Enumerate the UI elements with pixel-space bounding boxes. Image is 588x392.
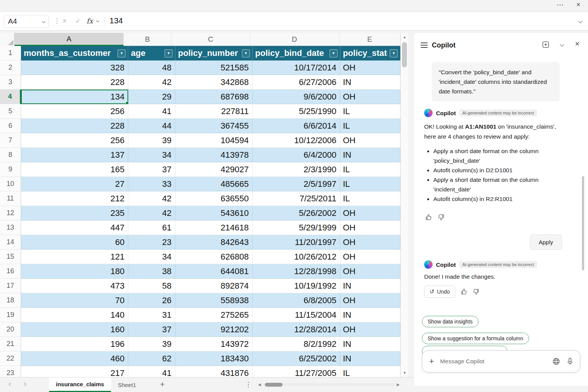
scroll-left-icon[interactable]: ◀ — [258, 382, 261, 387]
cell-A15[interactable]: 121 — [21, 250, 128, 264]
cell-B19[interactable]: 31 — [128, 308, 175, 322]
table-header-cell[interactable]: months_as_customer▼ — [21, 46, 128, 60]
row-header-17[interactable]: 17 — [0, 279, 21, 293]
cell-E11[interactable]: IL — [340, 191, 400, 206]
row-header-13[interactable]: 13 — [0, 220, 21, 235]
row-header-11[interactable]: 11 — [0, 191, 21, 206]
cell-C7[interactable]: 104594 — [175, 133, 253, 148]
cell-B10[interactable]: 33 — [128, 177, 175, 191]
web-icon[interactable] — [552, 358, 560, 365]
filter-button[interactable]: ▼ — [390, 49, 398, 57]
cell-D3[interactable]: 6/27/2006 — [253, 75, 340, 90]
suggestion-chip[interactable]: Show a suggestion for a formula column — [422, 333, 529, 344]
row-header-19[interactable]: 19 — [0, 308, 21, 322]
collapse-panel-icon[interactable] — [560, 42, 564, 46]
cell-D9[interactable]: 2/3/1990 — [253, 162, 340, 177]
cell-D4[interactable]: 9/6/2000 — [253, 90, 340, 104]
row-header-14[interactable]: 14 — [0, 235, 21, 250]
copilot-input-box[interactable]: + — [422, 350, 580, 372]
cell-A21[interactable]: 196 — [21, 337, 128, 351]
cell-E12[interactable]: OH — [340, 206, 400, 220]
cell-B3[interactable]: 42 — [128, 75, 175, 90]
suggestion-chip[interactable]: Show data insights — [422, 316, 479, 327]
cell-A3[interactable]: 228 — [21, 75, 128, 90]
cell-E4[interactable]: OH — [340, 90, 400, 104]
cell-B5[interactable]: 41 — [128, 104, 175, 119]
row-header-21[interactable]: 21 — [0, 337, 21, 351]
cell-E7[interactable]: OH — [340, 133, 400, 148]
cell-C16[interactable]: 644081 — [175, 264, 253, 279]
horizontal-scrollbar-track[interactable] — [263, 383, 394, 386]
cell-B16[interactable]: 38 — [128, 264, 175, 279]
insert-function-icon[interactable]: fx — [87, 17, 93, 25]
cell-E3[interactable]: IN — [340, 75, 400, 90]
cell-A8[interactable]: 137 — [21, 148, 128, 162]
scroll-right-icon[interactable]: ▶ — [397, 382, 400, 387]
thumbs-up-icon[interactable] — [425, 214, 432, 221]
cell-A11[interactable]: 212 — [21, 191, 128, 206]
cell-C19[interactable]: 275265 — [175, 308, 253, 322]
cell-D19[interactable]: 11/15/2004 — [253, 308, 340, 322]
cell-D13[interactable]: 5/29/1999 — [253, 220, 340, 235]
cell-C8[interactable]: 413978 — [175, 148, 253, 162]
cell-E21[interactable]: IN — [340, 337, 400, 351]
cell-D5[interactable]: 5/25/1990 — [253, 104, 340, 119]
cell-A23[interactable]: 217 — [21, 366, 128, 377]
cell-C21[interactable]: 143972 — [175, 337, 253, 351]
column-header-E[interactable]: E — [339, 33, 400, 46]
cell-B11[interactable]: 42 — [128, 191, 175, 206]
expand-formula-bar-icon[interactable] — [578, 19, 582, 23]
cell-A18[interactable]: 70 — [21, 293, 128, 308]
cell-D21[interactable]: 8/2/1992 — [253, 337, 340, 351]
prev-sheet-icon[interactable]: ‹ — [8, 379, 11, 389]
cell-E22[interactable]: IN — [340, 351, 400, 366]
cell-B2[interactable]: 48 — [128, 60, 175, 75]
row-header-15[interactable]: 15 — [0, 250, 21, 264]
add-attachment-icon[interactable]: + — [429, 356, 434, 366]
select-all-corner[interactable] — [0, 33, 15, 46]
formula-bar-grip-icon[interactable]: ⋮ — [54, 17, 60, 25]
cell-B15[interactable]: 34 — [128, 250, 175, 264]
sheet-tab-Sheet1[interactable]: Sheet1 — [111, 377, 143, 392]
vertical-scrollbar-thumb[interactable] — [402, 42, 407, 67]
cell-A4[interactable]: 134 — [21, 90, 128, 104]
horizontal-scrollbar-thumb[interactable] — [265, 383, 283, 387]
scroll-down-icon[interactable]: ▼ — [401, 371, 408, 375]
cell-E2[interactable]: OH — [340, 60, 400, 75]
scroll-up-icon[interactable]: ▲ — [401, 35, 408, 39]
cell-A2[interactable]: 328 — [21, 60, 128, 75]
cell-A10[interactable]: 27 — [21, 177, 128, 191]
cell-B13[interactable]: 61 — [128, 220, 175, 235]
cell-B23[interactable]: 41 — [128, 366, 175, 377]
cell-C17[interactable]: 892874 — [175, 279, 253, 293]
cell-C23[interactable]: 431876 — [175, 366, 253, 377]
thumbs-down-icon[interactable] — [473, 288, 480, 295]
cell-E10[interactable]: IL — [340, 177, 400, 191]
cell-B14[interactable]: 23 — [128, 235, 175, 250]
cell-B7[interactable]: 39 — [128, 133, 175, 148]
microphone-icon[interactable] — [566, 358, 574, 365]
cell-E23[interactable]: IL — [340, 366, 400, 377]
cell-E20[interactable]: OH — [340, 322, 400, 337]
cell-A5[interactable]: 256 — [21, 104, 128, 119]
cell-B20[interactable]: 37 — [128, 322, 175, 337]
cell-C10[interactable]: 485665 — [175, 177, 253, 191]
cell-B8[interactable]: 34 — [128, 148, 175, 162]
formula-input[interactable]: 134 — [109, 16, 123, 25]
apply-button[interactable]: Apply — [530, 234, 562, 250]
cell-C22[interactable]: 183430 — [175, 351, 253, 366]
cell-B22[interactable]: 62 — [128, 351, 175, 366]
cell-C4[interactable]: 687698 — [175, 90, 253, 104]
cell-A22[interactable]: 460 — [21, 351, 128, 366]
cell-A6[interactable]: 228 — [21, 119, 128, 133]
cell-E17[interactable]: IN — [340, 279, 400, 293]
cell-A9[interactable]: 165 — [21, 162, 128, 177]
cell-B4[interactable]: 29 — [128, 90, 175, 104]
cell-C3[interactable]: 342868 — [175, 75, 253, 90]
cell-E14[interactable]: OH — [340, 235, 400, 250]
cell-C2[interactable]: 521585 — [175, 60, 253, 75]
cell-C15[interactable]: 626808 — [175, 250, 253, 264]
filter-button[interactable]: ▼ — [165, 49, 173, 57]
row-header-3[interactable]: 3 — [0, 75, 21, 90]
cell-C14[interactable]: 842643 — [175, 235, 253, 250]
